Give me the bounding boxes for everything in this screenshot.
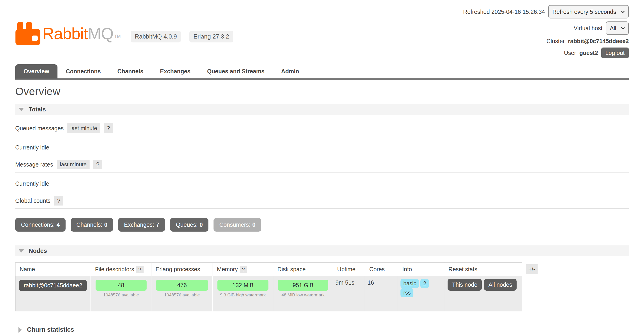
cores-cell: 16	[365, 276, 398, 312]
brand-area: RabbitMQTM RabbitMQ 4.0.9 Erlang 27.3.2	[15, 9, 233, 58]
totals-section-title: Totals	[28, 106, 46, 113]
header: RabbitMQTM RabbitMQ 4.0.9 Erlang 27.3.2 …	[15, 0, 629, 58]
global-counts-help-icon[interactable]: ?	[54, 196, 63, 206]
version-badges: RabbitMQ 4.0.9 Erlang 27.3.2	[131, 31, 233, 42]
disk-space-note: 48 MiB low watermark	[276, 293, 330, 299]
exchanges-count-button[interactable]: Exchanges:7	[118, 218, 165, 232]
collapse-triangle-icon	[18, 249, 24, 253]
tab-channels[interactable]: Channels	[109, 64, 152, 78]
message-rates-period-pill[interactable]: last minute	[57, 160, 90, 169]
message-rates-idle-text: Currently idle	[15, 180, 629, 187]
col-erlang-processes: Erlang processes	[151, 263, 212, 276]
virtual-host-label: Virtual host	[574, 25, 602, 31]
file-descriptors-gauge: 48	[96, 280, 146, 291]
file-descriptors-cell: 48 1048576 available	[91, 276, 151, 312]
totals-section-header[interactable]: Totals	[15, 104, 629, 115]
queued-messages-label: Queued messages	[15, 125, 64, 132]
cluster-name: rabbit@0c7145ddaee2	[568, 38, 629, 44]
info-badge-basic: basic	[400, 279, 419, 288]
file-descriptors-note: 1048576 available	[93, 293, 149, 299]
col-name: Name	[16, 263, 91, 276]
column-expander-control[interactable]: +/-	[526, 264, 538, 274]
brand-wordmark: RabbitMQTM	[42, 24, 120, 43]
nodes-section-title: Nodes	[28, 247, 47, 254]
file-descriptors-help-icon[interactable]: ?	[136, 266, 143, 273]
col-uptime: Uptime	[333, 263, 365, 276]
global-counts-label: Global counts	[15, 197, 50, 204]
global-counts-row: Global counts ?	[15, 196, 629, 209]
nodes-table-area: Name File descriptors? Erlang processes …	[15, 263, 629, 312]
info-badge-rss: rss	[400, 288, 414, 297]
memory-cell: 132 MiB 9.3 GiB high watermark	[212, 276, 273, 312]
memory-help-icon[interactable]: ?	[240, 266, 247, 273]
message-rates-help-icon[interactable]: ?	[93, 160, 102, 169]
info-cell: basic2rss	[398, 276, 444, 312]
brand-mq-text: MQ	[88, 25, 113, 43]
refresh-interval-select-wrap: Refresh every 5 seconds	[548, 5, 629, 18]
info-badge-2: 2	[420, 279, 429, 288]
page-title: Overview	[15, 85, 629, 98]
queued-messages-row: Queued messages last minute ?	[15, 123, 629, 136]
message-rates-label: Message rates	[15, 161, 53, 168]
tab-exchanges[interactable]: Exchanges	[152, 64, 199, 78]
queued-messages-period-pill[interactable]: last minute	[68, 123, 100, 133]
channels-count-button[interactable]: Channels:0	[71, 218, 113, 232]
cluster-label: Cluster	[546, 38, 564, 44]
erlang-processes-note: 1048576 available	[154, 293, 210, 299]
rabbitmq-version-badge: RabbitMQ 4.0.9	[131, 31, 181, 42]
col-file-descriptors: File descriptors?	[91, 263, 151, 276]
logout-button[interactable]: Log out	[601, 47, 629, 58]
nodes-table: Name File descriptors? Erlang processes …	[15, 263, 522, 312]
queues-count-button[interactable]: Queues:0	[170, 218, 208, 232]
brand-tm-text: TM	[114, 34, 120, 39]
nodes-header-row: Name File descriptors? Erlang processes …	[16, 263, 522, 276]
connections-count-button[interactable]: Connections:4	[15, 218, 66, 232]
disk-space-cell: 951 GiB 48 MiB low watermark	[273, 276, 333, 312]
message-rates-row: Message rates last minute ?	[15, 160, 629, 173]
tab-queues-and-streams[interactable]: Queues and Streams	[199, 64, 273, 78]
collapse-triangle-icon	[18, 108, 24, 111]
refresh-line: Refreshed 2025-04-16 15:26:34 Refresh ev…	[463, 5, 629, 18]
virtual-host-select-wrap: All	[606, 21, 629, 35]
queued-messages-idle-text: Currently idle	[15, 144, 629, 151]
memory-note: 9.3 GiB high watermark	[215, 293, 270, 299]
tab-connections[interactable]: Connections	[58, 64, 109, 78]
nodes-section-header[interactable]: Nodes	[15, 245, 629, 256]
global-count-buttons: Connections:4 Channels:0 Exchanges:7 Que…	[15, 218, 629, 232]
memory-gauge: 132 MiB	[218, 280, 268, 291]
node-row: rabbit@0c7145ddaee2 48 1048576 available…	[16, 276, 522, 312]
reset-this-node-button[interactable]: This node	[448, 279, 482, 291]
col-info: Info	[398, 263, 444, 276]
expand-triangle-icon	[18, 327, 22, 333]
main-nav-tabs: Overview Connections Channels Exchanges …	[15, 64, 629, 80]
node-name-badge[interactable]: rabbit@0c7145ddaee2	[19, 280, 87, 291]
queued-messages-help-icon[interactable]: ?	[104, 123, 113, 133]
rabbitmq-overview-page: RabbitMQTM RabbitMQ 4.0.9 Erlang 27.3.2 …	[0, 0, 644, 334]
churn-statistics-section-header[interactable]: Churn statistics	[15, 326, 629, 333]
cluster-line: Cluster rabbit@0c7145ddaee2	[546, 38, 629, 44]
virtual-host-select[interactable]: All	[606, 21, 629, 35]
refreshed-timestamp: Refreshed 2025-04-16 15:26:34	[463, 8, 545, 15]
disk-space-gauge: 951 GiB	[278, 280, 328, 291]
erlang-processes-cell: 476 1048576 available	[151, 276, 212, 312]
col-memory: Memory?	[212, 263, 273, 276]
brand-rabbit-text: Rabbit	[42, 25, 88, 43]
tab-overview[interactable]: Overview	[15, 64, 58, 78]
reset-stats-cell: This nodeAll nodes	[444, 276, 522, 312]
tab-admin[interactable]: Admin	[273, 64, 308, 78]
user-line: User guest2 Log out	[564, 47, 629, 58]
user-label: User	[564, 50, 576, 56]
col-cores: Cores	[365, 263, 398, 276]
uptime-cell: 9m 51s	[333, 276, 365, 312]
reset-all-nodes-button[interactable]: All nodes	[484, 279, 516, 291]
col-reset-stats: Reset stats	[444, 263, 522, 276]
erlang-processes-gauge: 476	[156, 280, 208, 291]
consumers-count-button: Consumers:0	[214, 218, 261, 232]
rabbitmq-logo-icon	[15, 22, 41, 45]
col-disk-space: Disk space	[273, 263, 333, 276]
refresh-interval-select[interactable]: Refresh every 5 seconds	[548, 5, 629, 18]
virtual-host-line: Virtual host All	[574, 21, 629, 35]
node-name-cell: rabbit@0c7145ddaee2	[16, 276, 91, 312]
user-name: guest2	[579, 50, 598, 56]
erlang-version-badge: Erlang 27.3.2	[189, 31, 233, 42]
